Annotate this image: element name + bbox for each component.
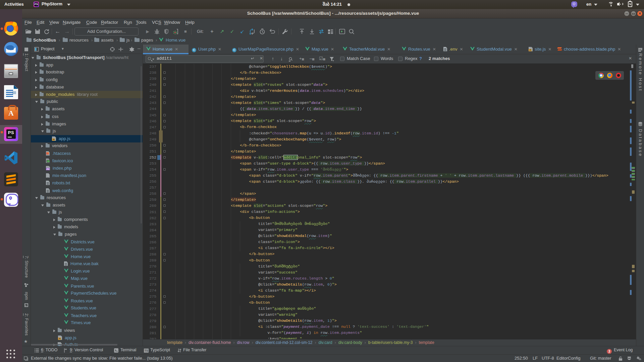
- svg-text:?: ?: [640, 359, 641, 361]
